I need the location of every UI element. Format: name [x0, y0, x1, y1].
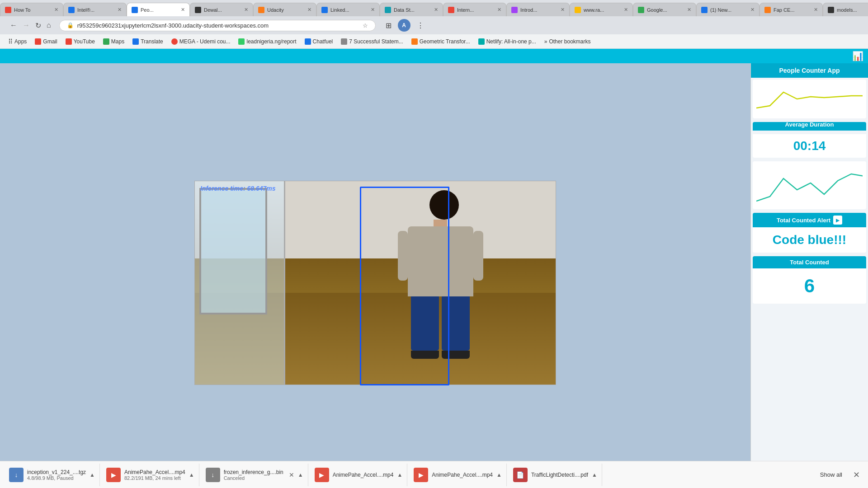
tab-close-4[interactable]: ✕: [244, 7, 248, 13]
bookmark-youtube[interactable]: YouTube: [62, 37, 99, 46]
bookmark-maps-label: Maps: [111, 38, 124, 45]
bookmark-apps[interactable]: ⠿ Apps: [5, 37, 30, 47]
bookmark-mega[interactable]: MEGA - Udemi cou...: [168, 37, 234, 46]
tab-close-8[interactable]: ✕: [497, 7, 501, 13]
teal-chart-widget: [753, 161, 866, 209]
download-name-4: AnimePahe_Accel....mp4: [333, 472, 394, 478]
bookmark-maps[interactable]: Maps: [99, 37, 128, 46]
tab-7[interactable]: Data St... ✕: [380, 3, 443, 16]
apps-icon: ⠿: [8, 38, 13, 45]
bookmark-gmail[interactable]: Gmail: [31, 37, 61, 46]
panel-header-title: People Counter App: [779, 67, 840, 74]
tab-close-6[interactable]: ✕: [371, 7, 375, 13]
profile-button[interactable]: A: [396, 17, 412, 33]
download-item-6[interactable]: 📄 TrafficLightDetecti....pdf ▲: [509, 464, 602, 486]
download-item-4[interactable]: ▶ AnimePahe_Accel....mp4 ▲: [310, 464, 408, 486]
bookmark-netlify[interactable]: Netlify: All-in-one p...: [475, 37, 540, 46]
download-chevron-1[interactable]: ▲: [90, 472, 95, 478]
tab-2[interactable]: Intel®... ✕: [63, 3, 127, 16]
downloads-close-icon[interactable]: ✕: [849, 470, 863, 480]
tab-close-9[interactable]: ✕: [561, 7, 565, 13]
download-chevron-2[interactable]: ▲: [189, 472, 194, 478]
tab-1[interactable]: How To ✕: [0, 3, 63, 16]
url-text: r953259c960231xjupyterlcm2lsxnf-3000.uda…: [77, 22, 269, 29]
tab-label-7: Data St...: [394, 7, 415, 13]
reload-button[interactable]: ↻: [33, 20, 43, 31]
avg-duration-widget: Average Duration 00:14: [753, 122, 866, 158]
download-info-1: inception_v1_224_....tgz 4.8/98.9 MB, Pa…: [27, 469, 86, 481]
tab-6[interactable]: Linked... ✕: [316, 3, 380, 16]
tab-label-5: Udacity: [267, 7, 284, 13]
tab-close-3[interactable]: ✕: [181, 7, 185, 13]
download-item-1[interactable]: ↓ inception_v1_224_....tgz 4.8/98.9 MB, …: [5, 464, 100, 486]
yellow-chart-svg: [756, 83, 863, 115]
home-button[interactable]: ⌂: [45, 20, 53, 31]
download-chevron-4[interactable]: ▲: [397, 472, 402, 478]
tab-label-3: Peo...: [141, 7, 154, 13]
bookmark-geo[interactable]: Geometric Transfor...: [408, 37, 474, 46]
download-name-1: inception_v1_224_....tgz: [27, 469, 86, 475]
maps-icon: [103, 38, 109, 45]
youtube-icon: [66, 38, 72, 45]
download-info-6: TrafficLightDetecti....pdf: [531, 472, 588, 478]
bookmark-other[interactable]: » Other bookmarks: [541, 37, 594, 46]
tab-close-11[interactable]: ✕: [687, 7, 691, 13]
extensions-button[interactable]: ⊞: [384, 19, 393, 32]
bookmark-seven[interactable]: 7 Successful Statem...: [337, 37, 406, 46]
download-name-5: AnimePahe_Accel....mp4: [432, 472, 493, 478]
download-cancel-3[interactable]: ✕: [289, 471, 294, 479]
tab-11[interactable]: Google... ✕: [633, 3, 696, 16]
show-all-button[interactable]: Show all: [815, 469, 848, 480]
download-icon-1: ↓: [9, 468, 24, 482]
tab-5[interactable]: Udacity ✕: [253, 3, 316, 16]
tab-close-7[interactable]: ✕: [434, 7, 438, 13]
tab-favicon-13: [764, 7, 771, 13]
back-button[interactable]: ←: [8, 20, 19, 31]
tab-14[interactable]: models... ✕: [823, 3, 868, 16]
tab-13[interactable]: Fap CE... ✕: [760, 3, 823, 16]
download-item-3[interactable]: ↓ frozen_inference_g....bin Canceled ✕ ▲: [201, 464, 308, 486]
downloads-bar: ↓ inception_v1_224_....tgz 4.8/98.9 MB, …: [0, 461, 868, 488]
forward-button[interactable]: →: [21, 20, 32, 31]
tab-favicon-11: [638, 7, 644, 13]
download-item-5[interactable]: ▶ AnimePahe_Accel....mp4 ▲: [409, 464, 507, 486]
tab-favicon-8: [448, 7, 454, 13]
tab-12[interactable]: (1) New... ✕: [696, 3, 760, 16]
bookmark-chatfuel[interactable]: Chatfuel: [301, 37, 337, 46]
avg-duration-value: 00:14: [757, 139, 862, 153]
alert-play-icon[interactable]: [833, 216, 842, 225]
tab-close-10[interactable]: ✕: [624, 7, 628, 13]
seven-icon: [341, 38, 347, 45]
download-name-2: AnimePahe_Accel....mp4: [124, 469, 185, 475]
tab-3[interactable]: Peo... ✕: [127, 3, 190, 16]
bookmark-translate[interactable]: Translate: [129, 37, 167, 46]
bookmark-apps-label: Apps: [14, 38, 27, 45]
download-chevron-5[interactable]: ▲: [496, 472, 502, 478]
tab-8[interactable]: Intern... ✕: [443, 3, 506, 16]
tab-favicon-5: [258, 7, 264, 13]
tab-favicon-1: [5, 7, 11, 13]
tab-close-5[interactable]: ✕: [307, 7, 311, 13]
inference-time-text: Inference time: 68.647ms: [200, 185, 276, 192]
star-icon[interactable]: ☆: [363, 22, 368, 29]
download-item-2[interactable]: ▶ AnimePahe_Accel....mp4 82.2/191 MB, 24…: [102, 464, 199, 486]
avg-duration-title: Average Duration: [753, 122, 866, 131]
download-chevron-6[interactable]: ▲: [592, 472, 597, 478]
tab-10[interactable]: www.ra... ✕: [570, 3, 633, 16]
tab-close-13[interactable]: ✕: [814, 7, 818, 13]
tab-close-12[interactable]: ✕: [750, 7, 755, 13]
download-icon-2: ▶: [106, 468, 121, 482]
tab-label-4: Dewal...: [204, 7, 222, 13]
total-counted-widget: Total Counted 6: [753, 256, 866, 304]
mega-icon: [171, 38, 178, 45]
menu-button[interactable]: ⋮: [415, 19, 426, 32]
tab-9[interactable]: Introd... ✕: [506, 3, 570, 16]
download-chevron-3[interactable]: ▲: [298, 472, 303, 478]
bookmark-lead[interactable]: leadnigeria.ng/report: [235, 37, 300, 46]
address-bar-row: ← → ↻ ⌂ 🔒 r953259c960231xjupyterlcm2lsxn…: [0, 16, 868, 34]
tab-close-2[interactable]: ✕: [118, 7, 122, 13]
tab-close-1[interactable]: ✕: [54, 7, 58, 13]
tab-label-2: Intel®...: [77, 7, 94, 13]
address-bar[interactable]: 🔒 r953259c960231xjupyterlcm2lsxnf-3000.u…: [59, 20, 376, 31]
tab-4[interactable]: Dewal... ✕: [190, 3, 253, 16]
